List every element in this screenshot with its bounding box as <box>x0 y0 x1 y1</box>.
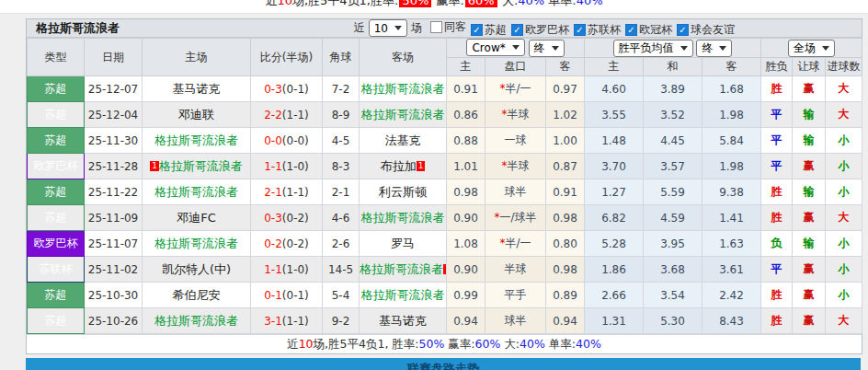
full-time-score: 0-3 <box>264 212 282 225</box>
odds-home-value: 1.01 <box>447 154 485 179</box>
away-team-link[interactable]: 利云斯顿 <box>379 185 427 199</box>
big-rate-label: 大: <box>502 0 518 7</box>
filter-label: 欧冠杯 <box>639 22 672 38</box>
avg-lose-odds: 1.63 <box>702 231 761 257</box>
away-team-link[interactable]: 格拉斯哥流浪者 <box>360 262 443 276</box>
handicap-cell: *半/一 <box>485 76 546 102</box>
match-date: 25-10-26 <box>85 308 143 334</box>
away-team-link[interactable]: 格拉斯哥流浪者 <box>361 211 445 225</box>
away-team-link[interactable]: 格拉斯哥流浪者 <box>361 288 445 302</box>
checkbox-checked-icon[interactable]: ✓ <box>677 24 689 36</box>
red-card-badge: 1 <box>443 264 447 274</box>
league-badge: 苏超 <box>28 179 85 205</box>
big-rate-value: 40% <box>520 337 545 351</box>
checkbox-unchecked-icon[interactable] <box>430 21 442 33</box>
odds-stage-select-2[interactable]: 终 <box>696 40 732 57</box>
checkbox-checked-icon[interactable]: ✓ <box>625 24 637 36</box>
away-team-link[interactable]: 格拉斯哥流浪者 <box>361 82 445 96</box>
avg-draw-odds: 3.89 <box>644 76 702 102</box>
league-filter-group: 同客✓苏超✓欧罗巴杯✓苏联杯✓欧冠杯✓球会友谊 <box>426 19 735 38</box>
home-team-link[interactable]: 格拉斯哥流浪者 <box>154 185 238 199</box>
home-team-cell: 1格拉斯哥流浪者 <box>143 128 251 154</box>
col-date: 日期 <box>85 39 143 76</box>
half-time-score: (1-1) <box>282 109 309 121</box>
match-date: 25-11-02 <box>85 257 143 283</box>
avg-type-select[interactable]: 胜平负均值 <box>613 40 693 57</box>
odds-company-select[interactable]: Crow* <box>466 39 524 56</box>
full-time-score: 2-2 <box>264 109 282 121</box>
away-team-link[interactable]: 基马诺克 <box>379 314 427 328</box>
avg-win-odds: 4.60 <box>585 76 644 102</box>
handicap-rate-value: 60% <box>475 337 501 351</box>
handicap-cell: *半球 <box>485 154 546 179</box>
filter-controls: 近 10 场 同客✓苏超✓欧罗巴杯✓苏联杯✓欧冠杯✓球会友谊 <box>354 19 735 38</box>
league-badge: 苏超 <box>28 76 85 102</box>
checkbox-checked-icon[interactable]: ✓ <box>511 24 523 36</box>
away-team-cell: 罗马1 <box>360 231 447 257</box>
avg-lose-odds: 1.98 <box>702 154 761 179</box>
avg-win-odds: 2.66 <box>585 283 644 308</box>
away-team-link[interactable]: 格拉斯哥流浪者 <box>361 108 445 121</box>
team-title: 格拉斯哥流浪者 <box>36 20 120 37</box>
chevron-down-icon <box>719 46 726 51</box>
filter-checkbox-item[interactable]: ✓欧罗巴杯 <box>511 22 569 38</box>
single-rate-value: 40% <box>576 337 601 351</box>
chevron-down-icon <box>512 45 520 50</box>
handicap-value: 半/一 <box>505 82 531 95</box>
corner-count: 8-3 <box>323 154 360 179</box>
single-rate-label: 单率: <box>545 337 576 351</box>
team-history-panel: 格拉斯哥流浪者 近 10 场 同客✓苏超✓欧罗巴杯✓苏联杯✓欧冠杯✓球会友谊 类… <box>26 18 862 354</box>
handicap-value: 一/球半 <box>499 211 536 224</box>
home-team-link[interactable]: 格拉斯哥流浪者 <box>154 314 238 328</box>
summary-count: 10 <box>277 0 292 7</box>
home-team-link[interactable]: 格拉斯哥流浪者 <box>154 237 238 250</box>
filter-checkbox-item[interactable]: ✓苏超 <box>471 22 507 38</box>
odds-away-value: 0.98 <box>546 205 585 231</box>
red-card-badge: 1 <box>417 161 426 171</box>
half-time-score: (0-0) <box>282 134 309 147</box>
match-count-select[interactable]: 10 <box>369 19 407 37</box>
home-team-link[interactable]: 邓迪FC <box>177 211 216 225</box>
odds-company-header: Crow* 终 <box>447 39 585 58</box>
col-corner: 角球 <box>323 39 360 76</box>
home-team-link[interactable]: 格拉斯哥流浪者 <box>154 133 238 147</box>
result-value: 平 <box>761 128 793 154</box>
score-cell: 2-2(1-1) <box>251 102 323 128</box>
away-team-link[interactable]: 罗马 <box>391 237 415 250</box>
home-team-link[interactable]: 希伯尼安 <box>173 288 221 302</box>
handicap-value: 一球 <box>505 133 527 146</box>
filter-checkbox-item[interactable]: ✓苏联杯 <box>574 22 621 38</box>
avg-draw-odds: 3.57 <box>644 154 702 179</box>
checkbox-checked-icon[interactable]: ✓ <box>574 24 586 36</box>
result-value: 胜 <box>761 283 793 308</box>
avg-draw-odds: 3.52 <box>644 102 702 128</box>
filter-checkbox-item[interactable]: ✓欧冠杯 <box>625 22 672 38</box>
home-team-link[interactable]: 格拉斯哥流浪者 <box>159 159 243 173</box>
checkbox-checked-icon[interactable]: ✓ <box>471 24 483 36</box>
single-rate-value: 40% <box>577 0 603 7</box>
half-time-score: (1-0) <box>282 160 309 173</box>
filter-checkbox-item[interactable]: 同客 <box>430 19 466 35</box>
handicap-value: 半球 <box>508 159 530 172</box>
odds-stage-select-1[interactable]: 终 <box>529 40 565 57</box>
scope-header: 全场 <box>761 39 862 58</box>
avg-lose-odds: 5.84 <box>702 128 761 154</box>
table-row: 苏超 25-11-22 1格拉斯哥流浪者 2-1(1-1) 2-1 利云斯顿1 … <box>28 179 862 205</box>
away-team-link[interactable]: 布拉加 <box>381 159 417 173</box>
filter-checkbox-item[interactable]: ✓球会友谊 <box>677 22 735 38</box>
home-team-link[interactable]: 邓迪联 <box>178 108 214 121</box>
scope-select[interactable]: 全场 <box>788 40 835 57</box>
avg-lose-odds: 1.98 <box>702 102 761 128</box>
home-team-cell: 1凯尔特人(中) <box>143 257 251 283</box>
col-type: 类型 <box>28 39 85 76</box>
home-team-link[interactable]: 基马诺克 <box>173 82 221 96</box>
away-team-cell: 利云斯顿1 <box>360 179 447 205</box>
away-team-link[interactable]: 法基克 <box>385 133 421 147</box>
home-team-link[interactable]: 凯尔特人(中) <box>162 262 231 276</box>
away-team-cell: 格拉斯哥流浪者1 <box>360 102 447 128</box>
col-odds-away: 客 <box>546 58 585 76</box>
filter-label: 球会友谊 <box>691 22 735 38</box>
avg-draw-odds: 4.59 <box>644 205 702 231</box>
odds-home-value: 0.90 <box>447 257 485 283</box>
odds-away-value: 0.98 <box>546 257 585 283</box>
